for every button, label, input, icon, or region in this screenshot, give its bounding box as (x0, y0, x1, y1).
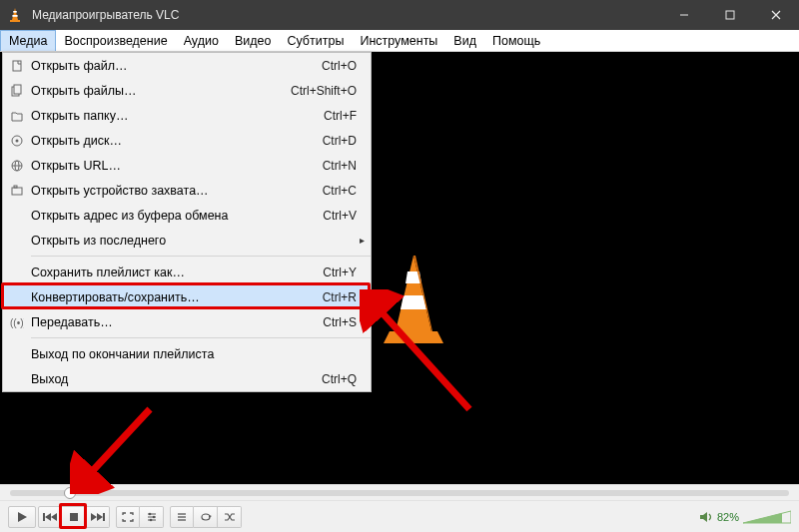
menu-item[interactable]: Открыть файлы…Ctrl+Shift+O (3, 78, 371, 103)
files-icon (3, 84, 31, 98)
svg-rect-1 (13, 11, 17, 13)
svg-marker-12 (384, 331, 443, 343)
menu-item-label: Передавать… (31, 315, 323, 329)
menu-separator (31, 256, 371, 257)
submenu-arrow-icon: ▸ (360, 235, 365, 246)
menu-item-shortcut: Ctrl+O (322, 59, 357, 73)
svg-point-26 (152, 515, 155, 518)
svg-marker-17 (51, 513, 57, 521)
menu-item[interactable]: Открыть адрес из буфера обменаCtrl+V (3, 203, 371, 228)
menu-item-label: Выход по окончании плейлиста (31, 347, 357, 361)
menu-subtitles[interactable]: Субтитры (279, 30, 352, 51)
extended-settings-button[interactable] (140, 506, 164, 528)
menu-item[interactable]: Открыть из последнего▸ (3, 228, 371, 253)
svg-rect-21 (103, 513, 105, 521)
menu-item-shortcut: Ctrl+R (323, 290, 357, 304)
menu-item-label: Выход (31, 372, 322, 386)
svg-rect-37 (14, 85, 21, 94)
vlc-cone-logo (378, 254, 449, 347)
close-button[interactable] (753, 0, 799, 30)
svg-marker-11 (400, 295, 426, 309)
transport-group (38, 506, 110, 528)
media-menu-dropdown: Открыть файл…Ctrl+OОткрыть файлы…Ctrl+Sh… (2, 52, 372, 392)
minimize-button[interactable] (661, 0, 707, 30)
svg-marker-0 (12, 8, 18, 20)
svg-rect-44 (14, 186, 17, 188)
menu-item-shortcut: Ctrl+N (323, 159, 357, 173)
capture-icon (3, 184, 31, 198)
svg-rect-43 (12, 188, 22, 195)
menu-item-shortcut: Ctrl+Y (323, 266, 357, 279)
volume-slider[interactable] (743, 509, 791, 525)
view-group (116, 506, 164, 528)
svg-marker-32 (700, 512, 707, 522)
menu-item-label: Открыть из последнего (31, 234, 357, 248)
playlist-button[interactable] (170, 506, 194, 528)
seekbar[interactable] (0, 484, 799, 500)
network-icon (3, 159, 31, 173)
menu-item-label: Открыть URL… (31, 159, 323, 173)
loop-button[interactable] (194, 506, 218, 528)
svg-marker-14 (18, 512, 27, 522)
titlebar: Медиапроигрыватель VLC (0, 0, 799, 30)
menu-item-shortcut: Ctrl+D (323, 134, 357, 148)
menu-item-shortcut: Ctrl+F (324, 109, 357, 123)
menu-item[interactable]: Открыть устройство захвата…Ctrl+C (3, 178, 371, 203)
volume-control[interactable]: 82% (699, 509, 791, 525)
menu-item[interactable]: Открыть папку…Ctrl+F (3, 103, 371, 128)
previous-button[interactable] (38, 506, 62, 528)
play-button[interactable] (8, 506, 36, 528)
svg-rect-5 (726, 11, 734, 19)
menu-item[interactable]: Открыть URL…Ctrl+N (3, 153, 371, 178)
svg-point-39 (16, 139, 19, 142)
menu-item[interactable]: Открыть диск…Ctrl+D (3, 128, 371, 153)
menu-media[interactable]: Медиа (0, 30, 56, 51)
menu-item-shortcut: Ctrl+S (323, 315, 357, 329)
next-button[interactable] (86, 506, 110, 528)
menu-item-label: Конвертировать/сохранить… (31, 290, 323, 304)
folder-icon (3, 109, 31, 123)
fullscreen-button[interactable] (116, 506, 140, 528)
menu-tools[interactable]: Инструменты (352, 30, 445, 51)
menu-item-shortcut: Ctrl+Shift+O (291, 84, 357, 98)
disc-icon (3, 134, 31, 148)
menu-item-label: Открыть папку… (31, 109, 324, 123)
menu-item[interactable]: Открыть файл…Ctrl+O (3, 53, 371, 78)
menu-item-label: Открыть диск… (31, 134, 323, 148)
svg-marker-20 (97, 513, 103, 521)
menu-item[interactable]: Выход по окончании плейлиста (3, 341, 371, 366)
menu-item-label: Открыть файлы… (31, 84, 291, 98)
menu-item-shortcut: Ctrl+V (323, 209, 357, 223)
menu-item[interactable]: ((•))Передавать…Ctrl+S (3, 309, 371, 334)
window-title: Медиапроигрыватель VLC (30, 8, 661, 22)
svg-marker-19 (91, 513, 97, 521)
menu-item[interactable]: Сохранить плейлист как…Ctrl+Y (3, 260, 371, 284)
seek-thumb[interactable] (64, 487, 76, 499)
speaker-icon (699, 510, 713, 524)
menu-item-label: Открыть файл… (31, 59, 322, 73)
app-window: Медиапроигрыватель VLC Медиа Воспроизвед… (0, 0, 799, 532)
svg-rect-15 (43, 513, 45, 521)
menu-audio[interactable]: Аудио (176, 30, 227, 51)
menu-item[interactable]: Конвертировать/сохранить…Ctrl+R (3, 284, 371, 309)
svg-marker-16 (45, 513, 51, 521)
svg-point-25 (148, 512, 151, 515)
menu-item[interactable]: ВыходCtrl+Q (3, 366, 371, 391)
controlbar: 82% (0, 500, 799, 532)
menu-help[interactable]: Помощь (484, 30, 548, 51)
menu-view[interactable]: Вид (445, 30, 484, 51)
svg-text:((•)): ((•)) (10, 317, 24, 328)
seek-track[interactable] (10, 490, 789, 496)
stream-icon: ((•)) (3, 315, 31, 329)
menu-item-shortcut: Ctrl+Q (322, 372, 357, 386)
menu-video[interactable]: Видео (227, 30, 280, 51)
vlc-app-icon (0, 7, 30, 23)
menu-playback[interactable]: Воспроизведение (56, 30, 175, 51)
maximize-button[interactable] (707, 0, 753, 30)
stop-button[interactable] (62, 506, 86, 528)
svg-rect-18 (70, 513, 78, 521)
shuffle-button[interactable] (218, 506, 242, 528)
svg-rect-2 (12, 15, 17, 17)
svg-point-27 (149, 518, 152, 521)
svg-marker-9 (396, 256, 431, 331)
